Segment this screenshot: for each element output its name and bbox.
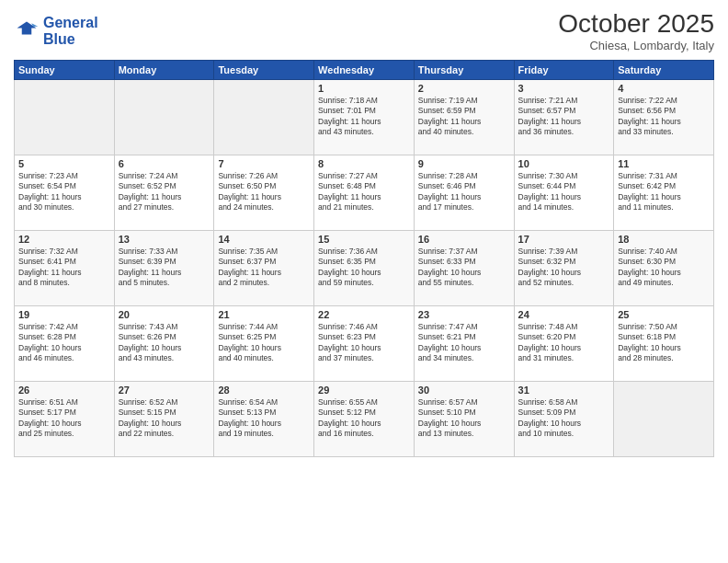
calendar-cell: 12Sunrise: 7:32 AM Sunset: 6:41 PM Dayli…	[15, 231, 115, 306]
col-thursday: Thursday	[414, 61, 514, 80]
calendar-week-row: 19Sunrise: 7:42 AM Sunset: 6:28 PM Dayli…	[15, 306, 714, 382]
calendar-cell: 30Sunrise: 6:57 AM Sunset: 5:10 PM Dayli…	[414, 382, 514, 457]
day-number: 26	[18, 385, 110, 396]
day-info: Sunrise: 7:50 AM Sunset: 6:18 PM Dayligh…	[618, 322, 710, 364]
day-info: Sunrise: 6:57 AM Sunset: 5:10 PM Dayligh…	[418, 397, 510, 440]
day-info: Sunrise: 7:28 AM Sunset: 6:46 PM Dayligh…	[418, 171, 510, 213]
day-number: 5	[18, 158, 110, 169]
day-info: Sunrise: 7:24 AM Sunset: 6:52 PM Dayligh…	[119, 171, 210, 213]
day-number: 15	[318, 234, 410, 245]
calendar-cell: 16Sunrise: 7:37 AM Sunset: 6:33 PM Dayli…	[414, 231, 514, 306]
day-info: Sunrise: 7:43 AM Sunset: 6:26 PM Dayligh…	[119, 322, 210, 364]
calendar-cell: 7Sunrise: 7:26 AM Sunset: 6:50 PM Daylig…	[214, 155, 314, 231]
day-info: Sunrise: 7:40 AM Sunset: 6:30 PM Dayligh…	[618, 247, 710, 289]
day-number: 17	[518, 234, 610, 245]
calendar-cell: 20Sunrise: 7:43 AM Sunset: 6:26 PM Dayli…	[114, 306, 214, 382]
day-number: 1	[318, 83, 410, 94]
day-info: Sunrise: 7:42 AM Sunset: 6:28 PM Dayligh…	[18, 322, 110, 364]
calendar-cell: 27Sunrise: 6:52 AM Sunset: 5:15 PM Dayli…	[114, 382, 214, 457]
day-number: 21	[218, 309, 310, 320]
logo: General Blue	[14, 15, 98, 47]
calendar-cell: 5Sunrise: 7:23 AM Sunset: 6:54 PM Daylig…	[15, 155, 115, 231]
calendar-cell: 13Sunrise: 7:33 AM Sunset: 6:39 PM Dayli…	[114, 231, 214, 306]
day-info: Sunrise: 7:35 AM Sunset: 6:37 PM Dayligh…	[218, 247, 310, 289]
day-info: Sunrise: 6:54 AM Sunset: 5:13 PM Dayligh…	[218, 397, 310, 440]
calendar-cell: 25Sunrise: 7:50 AM Sunset: 6:18 PM Dayli…	[614, 306, 714, 382]
day-info: Sunrise: 7:18 AM Sunset: 7:01 PM Dayligh…	[318, 96, 410, 138]
col-saturday: Saturday	[614, 61, 714, 80]
day-info: Sunrise: 7:36 AM Sunset: 6:35 PM Dayligh…	[318, 247, 410, 289]
day-number: 13	[119, 234, 210, 245]
calendar-cell: 21Sunrise: 7:44 AM Sunset: 6:25 PM Dayli…	[214, 306, 314, 382]
svg-marker-0	[17, 21, 37, 34]
day-number: 7	[218, 158, 310, 169]
calendar-cell: 4Sunrise: 7:22 AM Sunset: 6:56 PM Daylig…	[614, 80, 714, 155]
calendar-cell: 23Sunrise: 7:47 AM Sunset: 6:21 PM Dayli…	[414, 306, 514, 382]
logo-text: General Blue	[43, 15, 98, 47]
col-tuesday: Tuesday	[214, 61, 314, 80]
calendar-cell: 2Sunrise: 7:19 AM Sunset: 6:59 PM Daylig…	[414, 80, 514, 155]
logo-icon	[14, 18, 40, 44]
day-info: Sunrise: 7:21 AM Sunset: 6:57 PM Dayligh…	[518, 96, 610, 138]
col-wednesday: Wednesday	[314, 61, 415, 80]
calendar-cell: 19Sunrise: 7:42 AM Sunset: 6:28 PM Dayli…	[15, 306, 115, 382]
calendar-cell: 29Sunrise: 6:55 AM Sunset: 5:12 PM Dayli…	[314, 382, 415, 457]
calendar-cell: 9Sunrise: 7:28 AM Sunset: 6:46 PM Daylig…	[414, 155, 514, 231]
day-info: Sunrise: 7:22 AM Sunset: 6:56 PM Dayligh…	[618, 96, 710, 138]
day-number: 12	[18, 234, 110, 245]
calendar-week-row: 26Sunrise: 6:51 AM Sunset: 5:17 PM Dayli…	[15, 382, 714, 457]
day-info: Sunrise: 7:32 AM Sunset: 6:41 PM Dayligh…	[18, 247, 110, 289]
day-number: 30	[418, 385, 510, 396]
day-info: Sunrise: 6:55 AM Sunset: 5:12 PM Dayligh…	[318, 397, 410, 440]
calendar-header-row: Sunday Monday Tuesday Wednesday Thursday…	[15, 61, 714, 80]
day-number: 9	[418, 158, 510, 169]
day-number: 8	[318, 158, 410, 169]
day-number: 18	[618, 234, 710, 245]
day-info: Sunrise: 7:23 AM Sunset: 6:54 PM Dayligh…	[18, 171, 110, 213]
day-info: Sunrise: 6:51 AM Sunset: 5:17 PM Dayligh…	[18, 397, 110, 440]
calendar-week-row: 5Sunrise: 7:23 AM Sunset: 6:54 PM Daylig…	[15, 155, 714, 231]
calendar-cell: 6Sunrise: 7:24 AM Sunset: 6:52 PM Daylig…	[114, 155, 214, 231]
calendar-cell: 17Sunrise: 7:39 AM Sunset: 6:32 PM Dayli…	[514, 231, 614, 306]
calendar-cell: 18Sunrise: 7:40 AM Sunset: 6:30 PM Dayli…	[614, 231, 714, 306]
calendar-cell: 11Sunrise: 7:31 AM Sunset: 6:42 PM Dayli…	[614, 155, 714, 231]
day-number: 19	[18, 309, 110, 320]
calendar-cell: 26Sunrise: 6:51 AM Sunset: 5:17 PM Dayli…	[15, 382, 115, 457]
day-number: 14	[218, 234, 310, 245]
calendar-cell: 14Sunrise: 7:35 AM Sunset: 6:37 PM Dayli…	[214, 231, 314, 306]
calendar-week-row: 12Sunrise: 7:32 AM Sunset: 6:41 PM Dayli…	[15, 231, 714, 306]
calendar-week-row: 1Sunrise: 7:18 AM Sunset: 7:01 PM Daylig…	[15, 80, 714, 155]
day-number: 28	[218, 385, 310, 396]
calendar-cell	[614, 382, 714, 457]
day-number: 31	[518, 385, 610, 396]
day-number: 4	[618, 83, 710, 94]
day-number: 23	[418, 309, 510, 320]
day-info: Sunrise: 7:31 AM Sunset: 6:42 PM Dayligh…	[618, 171, 710, 213]
calendar-cell: 15Sunrise: 7:36 AM Sunset: 6:35 PM Dayli…	[314, 231, 415, 306]
day-number: 2	[418, 83, 510, 94]
day-number: 16	[418, 234, 510, 245]
day-number: 22	[318, 309, 410, 320]
col-friday: Friday	[514, 61, 614, 80]
day-number: 10	[518, 158, 610, 169]
day-info: Sunrise: 7:47 AM Sunset: 6:21 PM Dayligh…	[418, 322, 510, 364]
col-sunday: Sunday	[15, 61, 115, 80]
day-info: Sunrise: 7:37 AM Sunset: 6:33 PM Dayligh…	[418, 247, 510, 289]
calendar-cell: 31Sunrise: 6:58 AM Sunset: 5:09 PM Dayli…	[514, 382, 614, 457]
day-info: Sunrise: 7:46 AM Sunset: 6:23 PM Dayligh…	[318, 322, 410, 364]
calendar-cell: 24Sunrise: 7:48 AM Sunset: 6:20 PM Dayli…	[514, 306, 614, 382]
day-info: Sunrise: 6:58 AM Sunset: 5:09 PM Dayligh…	[518, 397, 610, 440]
calendar-cell: 22Sunrise: 7:46 AM Sunset: 6:23 PM Dayli…	[314, 306, 415, 382]
calendar-cell: 28Sunrise: 6:54 AM Sunset: 5:13 PM Dayli…	[214, 382, 314, 457]
calendar-cell	[15, 80, 115, 155]
month-title: October 2025	[558, 9, 714, 39]
day-info: Sunrise: 6:52 AM Sunset: 5:15 PM Dayligh…	[119, 397, 210, 440]
page-header: General Blue October 2025 Chiesa, Lombar…	[14, 9, 714, 52]
calendar-cell: 1Sunrise: 7:18 AM Sunset: 7:01 PM Daylig…	[314, 80, 415, 155]
day-info: Sunrise: 7:44 AM Sunset: 6:25 PM Dayligh…	[218, 322, 310, 364]
day-info: Sunrise: 7:19 AM Sunset: 6:59 PM Dayligh…	[418, 96, 510, 138]
calendar-cell	[214, 80, 314, 155]
title-block: October 2025 Chiesa, Lombardy, Italy	[558, 9, 714, 52]
day-number: 25	[618, 309, 710, 320]
day-number: 11	[618, 158, 710, 169]
